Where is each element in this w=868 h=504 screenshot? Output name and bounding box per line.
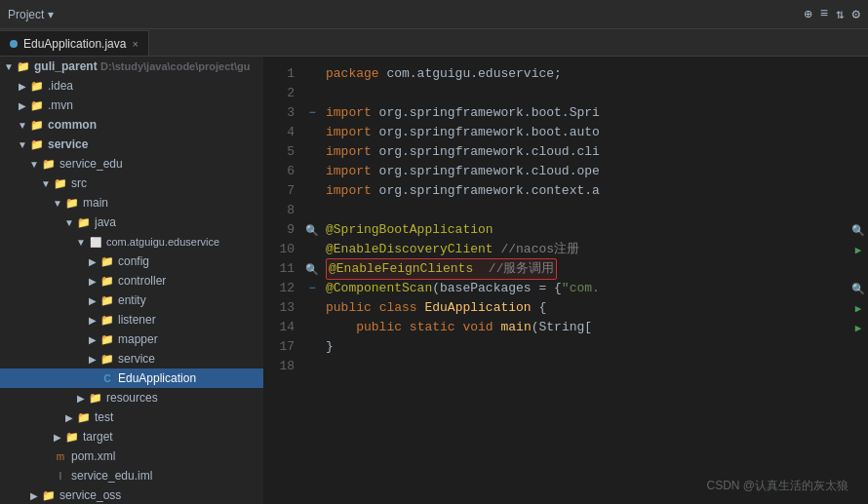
target-arrow: ▶ <box>51 432 64 443</box>
toolbar: Project ▾ ⊕ ≡ ⇅ ⚙ <box>0 0 868 29</box>
gutter-9[interactable]: 🔍 <box>302 220 322 240</box>
code-editor[interactable]: 1 2 3 4 5 6 7 8 9 10 11 12 13 14 17 18 <box>263 57 868 504</box>
sidebar-item-controller[interactable]: ▶ 📁 controller <box>0 271 263 291</box>
side-run-13[interactable]: ▶ <box>848 298 868 318</box>
tab-edu-application[interactable]: EduApplication.java × <box>0 30 149 56</box>
side-search-12[interactable]: 🔍 <box>848 279 868 298</box>
gutter-12[interactable]: − <box>302 279 322 298</box>
project-dropdown-icon[interactable]: ▾ <box>48 8 54 21</box>
code-line-14: public static void main (String[ <box>326 318 848 337</box>
side-slot-6 <box>848 162 868 181</box>
service-oss-label: service_oss <box>59 488 263 502</box>
src-label: src <box>71 176 263 190</box>
code-line-2 <box>326 84 848 103</box>
side-slot-17 <box>848 337 868 357</box>
sidebar-item-mapper[interactable]: ▶ 📁 mapper <box>0 330 263 349</box>
sidebar-item-iml[interactable]: I service_edu.iml <box>0 466 263 485</box>
sidebar-item-java[interactable]: ▼ 📁 java <box>0 213 263 232</box>
test-icon: 📁 <box>76 409 92 425</box>
main-icon: 📁 <box>64 195 80 211</box>
token: org.springframework.cloud.cli <box>372 142 600 162</box>
token: static <box>410 318 455 337</box>
highlighted-annotation: @EnableFeignClients //服务调用 <box>326 258 557 280</box>
toolbar-icon-3[interactable]: ⇅ <box>836 6 844 22</box>
line-num-14: 14 <box>263 318 302 337</box>
sidebar-item-idea[interactable]: ▶ 📁 .idea <box>0 76 263 96</box>
pom-label: pom.xml <box>71 449 263 463</box>
line-num-1: 1 <box>263 64 302 84</box>
target-icon: 📁 <box>64 429 80 445</box>
sidebar-item-edu-application[interactable]: C EduApplication <box>0 368 263 388</box>
idea-arrow: ▶ <box>16 81 29 92</box>
line-num-4: 4 <box>263 123 302 142</box>
sidebar-item-test[interactable]: ▶ 📁 test <box>0 407 263 427</box>
sidebar-item-entity[interactable]: ▶ 📁 entity <box>0 291 263 310</box>
src-arrow: ▼ <box>39 178 53 189</box>
tab-close-button[interactable]: × <box>132 38 138 50</box>
toolbar-icon-1[interactable]: ⊕ <box>804 6 811 22</box>
code-line-5: import org.springframework.cloud.cli <box>326 142 848 162</box>
gutter-11[interactable]: 🔍 <box>302 259 322 279</box>
side-run-14[interactable]: ▶ <box>848 318 868 337</box>
sidebar-item-service-folder[interactable]: ▶ 📁 service <box>0 349 263 368</box>
toolbar-icon-2[interactable]: ≡ <box>820 6 828 22</box>
code-line-17: } <box>326 337 848 357</box>
code-line-12: @ComponentScan (basePackages = { "com. <box>326 279 848 298</box>
gutter-3[interactable]: − <box>302 103 322 123</box>
token: com.atguigu.eduservice; <box>379 64 562 84</box>
side-slot-7 <box>848 181 868 201</box>
service-edu-arrow: ▼ <box>27 159 41 170</box>
toolbar-project-label: Project ▾ <box>8 8 54 21</box>
sidebar-item-src[interactable]: ▼ 📁 src <box>0 174 263 193</box>
target-label: target <box>83 430 263 444</box>
sidebar-item-target[interactable]: ▶ 📁 target <box>0 427 263 446</box>
config-arrow: ▶ <box>86 256 99 267</box>
root-label: guli_parent D:\study\java\code\project\g… <box>34 59 263 73</box>
resources-icon: 📁 <box>88 390 103 406</box>
code-gutter: − 🔍 🔍 − <box>302 57 322 504</box>
sidebar-item-service[interactable]: ▼ 📁 service <box>0 135 263 154</box>
sidebar-item-pom[interactable]: m pom.xml <box>0 446 263 466</box>
sidebar-item-service-oss[interactable]: ▶ 📁 service_oss <box>0 485 263 504</box>
main-label: main <box>83 196 263 210</box>
main-content: ▼ 📁 guli_parent D:\study\java\code\proje… <box>0 57 868 504</box>
code-line-6: import org.springframework.cloud.ope <box>326 162 848 181</box>
code-lines: package com.atguigu.eduservice; import o… <box>322 57 848 504</box>
sidebar-item-package[interactable]: ▼ ⬜ com.atguigu.eduservice <box>0 232 263 252</box>
sidebar-item-mvn[interactable]: ▶ 📁 .mvn <box>0 96 263 115</box>
pkg-label: com.atguigu.eduservice <box>106 236 263 248</box>
side-arrow-10[interactable]: ▶ <box>848 240 868 259</box>
entity-label: entity <box>118 293 263 307</box>
token: @SpringBootApplication <box>326 220 493 240</box>
sidebar-item-config[interactable]: ▶ 📁 config <box>0 252 263 271</box>
iml-arrow <box>39 471 53 482</box>
idea-label: .idea <box>48 79 263 93</box>
side-slot-5 <box>848 142 868 162</box>
side-slot-11 <box>848 259 868 279</box>
gutter-10 <box>302 240 322 259</box>
service-folder-arrow: ▶ <box>86 354 99 365</box>
sidebar-item-resources[interactable]: ▶ 📁 resources <box>0 388 263 407</box>
sidebar-item-service-edu[interactable]: ▼ 📁 service_edu <box>0 154 263 174</box>
line-num-17: 17 <box>263 337 302 357</box>
code-area: 1 2 3 4 5 6 7 8 9 10 11 12 13 14 17 18 <box>263 57 868 504</box>
tree-root[interactable]: ▼ 📁 guli_parent D:\study\java\code\proje… <box>0 57 263 76</box>
line-numbers: 1 2 3 4 5 6 7 8 9 10 11 12 13 14 17 18 <box>263 57 302 504</box>
token <box>372 298 379 318</box>
sidebar-item-main[interactable]: ▼ 📁 main <box>0 193 263 213</box>
side-search-9[interactable]: 🔍 <box>848 220 868 240</box>
token: import <box>326 103 372 123</box>
code-line-8 <box>326 201 848 220</box>
sidebar-item-common[interactable]: ▼ 📁 common <box>0 115 263 135</box>
code-line-13: public class EduApplication { <box>326 298 848 318</box>
token <box>326 318 356 337</box>
sidebar-item-listener[interactable]: ▶ 📁 listener <box>0 310 263 330</box>
toolbar-icon-4[interactable]: ⚙ <box>852 6 860 22</box>
token: EduApplication <box>424 298 531 318</box>
token: org.springframework.boot.Spri <box>372 103 600 123</box>
line-num-11: 11 <box>263 259 302 279</box>
token <box>402 318 410 337</box>
token <box>493 318 501 337</box>
config-label: config <box>118 254 263 268</box>
line-num-5: 5 <box>263 142 302 162</box>
